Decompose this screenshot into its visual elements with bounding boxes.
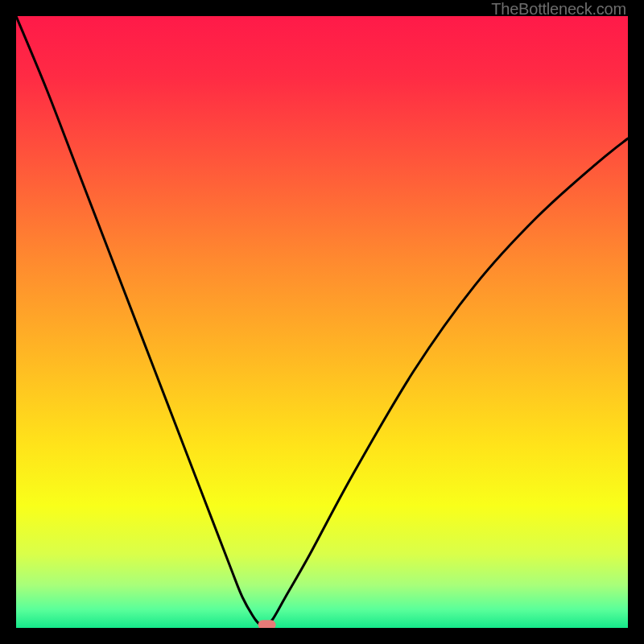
gradient-background bbox=[16, 16, 628, 628]
chart-svg bbox=[16, 16, 628, 628]
watermark-text: TheBottleneck.com bbox=[491, 0, 626, 19]
optimum-marker bbox=[258, 620, 276, 628]
plot-area bbox=[16, 16, 628, 628]
chart-container: TheBottleneck.com bbox=[0, 0, 644, 644]
